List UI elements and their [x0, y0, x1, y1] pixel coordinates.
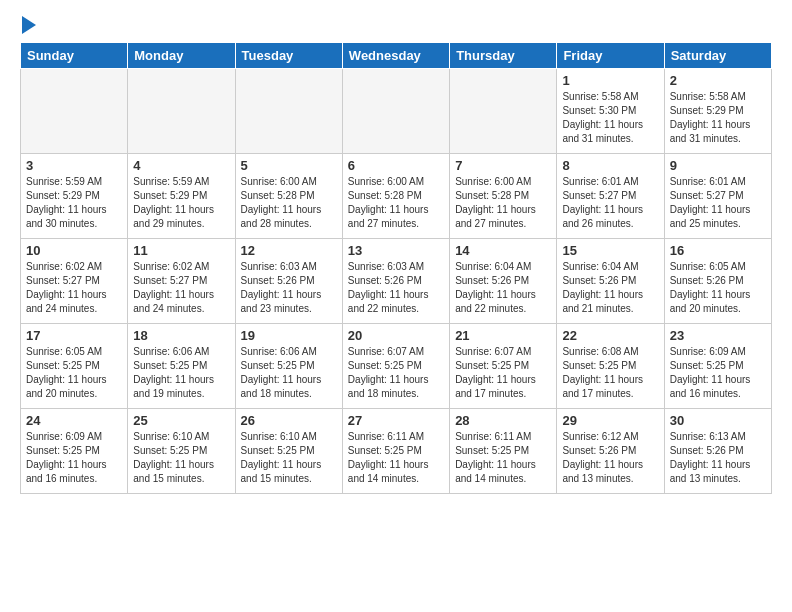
day-info: Sunrise: 6:11 AM Sunset: 5:25 PM Dayligh…	[348, 430, 444, 486]
day-number: 23	[670, 328, 766, 343]
day-info: Sunrise: 6:01 AM Sunset: 5:27 PM Dayligh…	[562, 175, 658, 231]
calendar-cell: 19Sunrise: 6:06 AM Sunset: 5:25 PM Dayli…	[235, 324, 342, 409]
day-info: Sunrise: 6:02 AM Sunset: 5:27 PM Dayligh…	[26, 260, 122, 316]
day-number: 28	[455, 413, 551, 428]
day-number: 6	[348, 158, 444, 173]
calendar-cell: 23Sunrise: 6:09 AM Sunset: 5:25 PM Dayli…	[664, 324, 771, 409]
calendar-cell: 12Sunrise: 6:03 AM Sunset: 5:26 PM Dayli…	[235, 239, 342, 324]
calendar-cell	[342, 69, 449, 154]
calendar-cell: 13Sunrise: 6:03 AM Sunset: 5:26 PM Dayli…	[342, 239, 449, 324]
calendar-cell: 25Sunrise: 6:10 AM Sunset: 5:25 PM Dayli…	[128, 409, 235, 494]
day-info: Sunrise: 6:00 AM Sunset: 5:28 PM Dayligh…	[455, 175, 551, 231]
day-info: Sunrise: 5:58 AM Sunset: 5:30 PM Dayligh…	[562, 90, 658, 146]
day-info: Sunrise: 6:02 AM Sunset: 5:27 PM Dayligh…	[133, 260, 229, 316]
day-number: 24	[26, 413, 122, 428]
calendar-cell	[21, 69, 128, 154]
day-info: Sunrise: 6:07 AM Sunset: 5:25 PM Dayligh…	[455, 345, 551, 401]
calendar-cell: 27Sunrise: 6:11 AM Sunset: 5:25 PM Dayli…	[342, 409, 449, 494]
calendar-cell	[128, 69, 235, 154]
calendar-cell: 5Sunrise: 6:00 AM Sunset: 5:28 PM Daylig…	[235, 154, 342, 239]
day-info: Sunrise: 6:00 AM Sunset: 5:28 PM Dayligh…	[348, 175, 444, 231]
calendar-cell: 18Sunrise: 6:06 AM Sunset: 5:25 PM Dayli…	[128, 324, 235, 409]
calendar-cell: 8Sunrise: 6:01 AM Sunset: 5:27 PM Daylig…	[557, 154, 664, 239]
logo-arrow-icon	[22, 16, 36, 34]
day-info: Sunrise: 6:09 AM Sunset: 5:25 PM Dayligh…	[26, 430, 122, 486]
weekday-header-saturday: Saturday	[664, 43, 771, 69]
day-number: 13	[348, 243, 444, 258]
day-info: Sunrise: 6:03 AM Sunset: 5:26 PM Dayligh…	[348, 260, 444, 316]
day-number: 19	[241, 328, 337, 343]
day-info: Sunrise: 6:03 AM Sunset: 5:26 PM Dayligh…	[241, 260, 337, 316]
calendar-cell: 3Sunrise: 5:59 AM Sunset: 5:29 PM Daylig…	[21, 154, 128, 239]
day-number: 17	[26, 328, 122, 343]
day-info: Sunrise: 6:07 AM Sunset: 5:25 PM Dayligh…	[348, 345, 444, 401]
calendar-cell	[450, 69, 557, 154]
weekday-header-sunday: Sunday	[21, 43, 128, 69]
day-number: 3	[26, 158, 122, 173]
calendar-cell: 20Sunrise: 6:07 AM Sunset: 5:25 PM Dayli…	[342, 324, 449, 409]
calendar-cell: 17Sunrise: 6:05 AM Sunset: 5:25 PM Dayli…	[21, 324, 128, 409]
day-number: 26	[241, 413, 337, 428]
day-number: 25	[133, 413, 229, 428]
calendar-cell: 6Sunrise: 6:00 AM Sunset: 5:28 PM Daylig…	[342, 154, 449, 239]
calendar-cell: 28Sunrise: 6:11 AM Sunset: 5:25 PM Dayli…	[450, 409, 557, 494]
header	[20, 16, 772, 34]
logo	[20, 16, 36, 34]
day-info: Sunrise: 6:09 AM Sunset: 5:25 PM Dayligh…	[670, 345, 766, 401]
weekday-header-wednesday: Wednesday	[342, 43, 449, 69]
day-info: Sunrise: 6:01 AM Sunset: 5:27 PM Dayligh…	[670, 175, 766, 231]
day-number: 12	[241, 243, 337, 258]
day-info: Sunrise: 6:06 AM Sunset: 5:25 PM Dayligh…	[133, 345, 229, 401]
calendar-cell: 2Sunrise: 5:58 AM Sunset: 5:29 PM Daylig…	[664, 69, 771, 154]
day-number: 5	[241, 158, 337, 173]
day-info: Sunrise: 6:05 AM Sunset: 5:25 PM Dayligh…	[26, 345, 122, 401]
day-info: Sunrise: 6:12 AM Sunset: 5:26 PM Dayligh…	[562, 430, 658, 486]
calendar-cell: 24Sunrise: 6:09 AM Sunset: 5:25 PM Dayli…	[21, 409, 128, 494]
day-number: 21	[455, 328, 551, 343]
calendar-week-5: 24Sunrise: 6:09 AM Sunset: 5:25 PM Dayli…	[21, 409, 772, 494]
weekday-header-friday: Friday	[557, 43, 664, 69]
calendar-week-2: 3Sunrise: 5:59 AM Sunset: 5:29 PM Daylig…	[21, 154, 772, 239]
day-info: Sunrise: 6:04 AM Sunset: 5:26 PM Dayligh…	[562, 260, 658, 316]
day-info: Sunrise: 6:08 AM Sunset: 5:25 PM Dayligh…	[562, 345, 658, 401]
weekday-header-monday: Monday	[128, 43, 235, 69]
calendar-cell: 4Sunrise: 5:59 AM Sunset: 5:29 PM Daylig…	[128, 154, 235, 239]
day-info: Sunrise: 6:13 AM Sunset: 5:26 PM Dayligh…	[670, 430, 766, 486]
day-info: Sunrise: 5:58 AM Sunset: 5:29 PM Dayligh…	[670, 90, 766, 146]
day-info: Sunrise: 6:10 AM Sunset: 5:25 PM Dayligh…	[133, 430, 229, 486]
day-number: 16	[670, 243, 766, 258]
weekday-header-tuesday: Tuesday	[235, 43, 342, 69]
day-number: 2	[670, 73, 766, 88]
day-number: 14	[455, 243, 551, 258]
day-number: 4	[133, 158, 229, 173]
calendar-cell: 16Sunrise: 6:05 AM Sunset: 5:26 PM Dayli…	[664, 239, 771, 324]
calendar-cell: 10Sunrise: 6:02 AM Sunset: 5:27 PM Dayli…	[21, 239, 128, 324]
day-number: 18	[133, 328, 229, 343]
day-number: 15	[562, 243, 658, 258]
day-number: 27	[348, 413, 444, 428]
day-number: 9	[670, 158, 766, 173]
weekday-header-thursday: Thursday	[450, 43, 557, 69]
day-number: 29	[562, 413, 658, 428]
day-number: 7	[455, 158, 551, 173]
day-info: Sunrise: 6:05 AM Sunset: 5:26 PM Dayligh…	[670, 260, 766, 316]
day-info: Sunrise: 6:11 AM Sunset: 5:25 PM Dayligh…	[455, 430, 551, 486]
calendar-week-3: 10Sunrise: 6:02 AM Sunset: 5:27 PM Dayli…	[21, 239, 772, 324]
calendar-cell: 26Sunrise: 6:10 AM Sunset: 5:25 PM Dayli…	[235, 409, 342, 494]
day-info: Sunrise: 6:04 AM Sunset: 5:26 PM Dayligh…	[455, 260, 551, 316]
day-number: 20	[348, 328, 444, 343]
day-info: Sunrise: 6:00 AM Sunset: 5:28 PM Dayligh…	[241, 175, 337, 231]
calendar-cell	[235, 69, 342, 154]
calendar-cell: 29Sunrise: 6:12 AM Sunset: 5:26 PM Dayli…	[557, 409, 664, 494]
day-info: Sunrise: 6:06 AM Sunset: 5:25 PM Dayligh…	[241, 345, 337, 401]
calendar-week-4: 17Sunrise: 6:05 AM Sunset: 5:25 PM Dayli…	[21, 324, 772, 409]
day-number: 8	[562, 158, 658, 173]
calendar-cell: 1Sunrise: 5:58 AM Sunset: 5:30 PM Daylig…	[557, 69, 664, 154]
day-number: 1	[562, 73, 658, 88]
calendar-table: SundayMondayTuesdayWednesdayThursdayFrid…	[20, 42, 772, 494]
calendar-cell: 11Sunrise: 6:02 AM Sunset: 5:27 PM Dayli…	[128, 239, 235, 324]
calendar-cell: 9Sunrise: 6:01 AM Sunset: 5:27 PM Daylig…	[664, 154, 771, 239]
page: SundayMondayTuesdayWednesdayThursdayFrid…	[0, 0, 792, 504]
day-number: 30	[670, 413, 766, 428]
day-info: Sunrise: 5:59 AM Sunset: 5:29 PM Dayligh…	[26, 175, 122, 231]
